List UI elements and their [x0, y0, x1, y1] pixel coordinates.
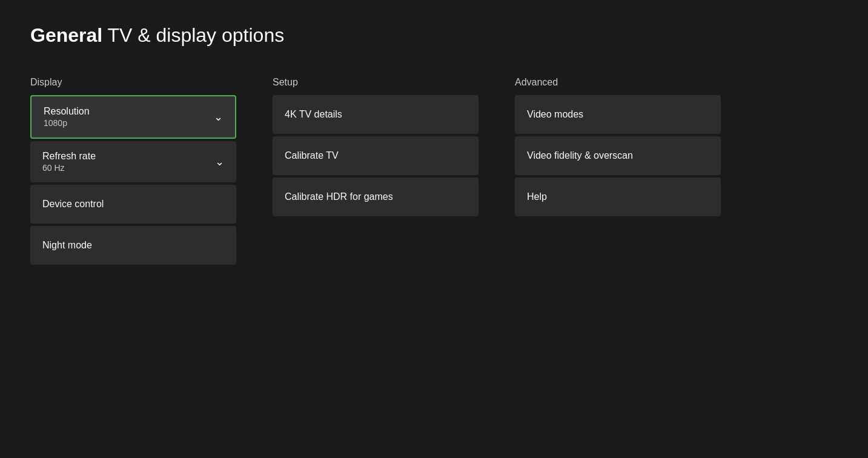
video-modes-item[interactable]: Video modes: [515, 95, 721, 134]
resolution-chevron: ⌄: [214, 110, 223, 124]
night-mode-label: Night mode: [42, 240, 92, 251]
page-container: General TV & display options Display Res…: [0, 0, 868, 291]
refresh-rate-sublabel: 60 Hz: [42, 163, 65, 173]
refresh-rate-chevron: ⌄: [215, 155, 224, 168]
columns-container: Display Resolution 1080p ⌄ Refresh rate …: [30, 77, 838, 267]
device-control-item[interactable]: Device control: [30, 185, 236, 224]
resolution-item[interactable]: Resolution 1080p ⌄: [30, 95, 236, 139]
display-column-header: Display: [30, 77, 236, 88]
refresh-rate-label: Refresh rate: [42, 151, 96, 162]
calibrate-tv-label: Calibrate TV: [285, 150, 339, 161]
resolution-sublabel: 1080p: [44, 118, 67, 128]
calibrate-tv-item[interactable]: Calibrate TV: [273, 136, 479, 175]
4k-tv-details-label: 4K TV details: [285, 109, 342, 120]
device-control-label: Device control: [42, 199, 104, 210]
video-fidelity-label: Video fidelity & overscan: [527, 150, 633, 161]
video-modes-label: Video modes: [527, 109, 583, 120]
4k-tv-details-item[interactable]: 4K TV details: [273, 95, 479, 134]
calibrate-hdr-label: Calibrate HDR for games: [285, 191, 393, 202]
setup-column: Setup 4K TV details Calibrate TV Calibra…: [273, 77, 479, 219]
resolution-label: Resolution: [44, 106, 90, 117]
video-fidelity-item[interactable]: Video fidelity & overscan: [515, 136, 721, 175]
setup-column-header: Setup: [273, 77, 479, 88]
display-column: Display Resolution 1080p ⌄ Refresh rate …: [30, 77, 236, 267]
help-label: Help: [527, 191, 547, 202]
advanced-column-header: Advanced: [515, 77, 721, 88]
calibrate-hdr-item[interactable]: Calibrate HDR for games: [273, 178, 479, 216]
help-item[interactable]: Help: [515, 178, 721, 216]
night-mode-item[interactable]: Night mode: [30, 226, 236, 265]
advanced-column: Advanced Video modes Video fidelity & ov…: [515, 77, 721, 219]
refresh-rate-item[interactable]: Refresh rate 60 Hz ⌄: [30, 141, 236, 182]
page-title: General TV & display options: [30, 24, 838, 47]
